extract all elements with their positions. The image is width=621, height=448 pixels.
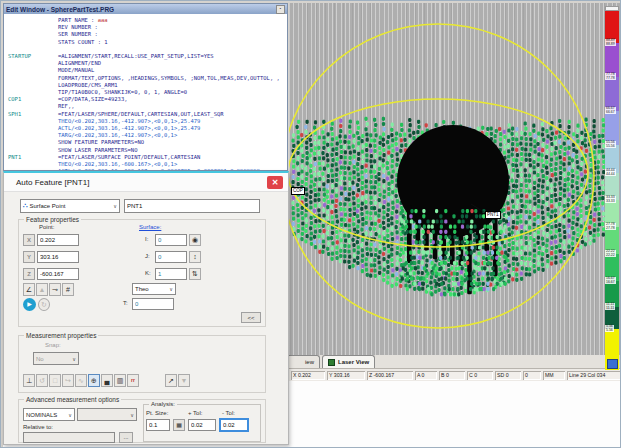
code-line bbox=[8, 46, 287, 53]
browse-button[interactable]: ... bbox=[119, 432, 133, 443]
block-icon[interactable]: ▥ bbox=[114, 374, 126, 387]
flip-vector-icon[interactable]: ↕ bbox=[189, 251, 201, 263]
code-line: ACTL/<0.202,303.16,-600.167>,<-0.0002785… bbox=[8, 168, 287, 170]
code-line: REF,, bbox=[8, 103, 287, 110]
minus-tol-label: - Tol: bbox=[222, 410, 235, 416]
tab-laser-view-label: Laser View bbox=[338, 359, 369, 365]
rotate-icon: ↺ bbox=[36, 374, 48, 387]
k-value-input[interactable] bbox=[155, 268, 187, 280]
x-axis-button[interactable]: X bbox=[23, 234, 35, 246]
chevron-down-icon: ∨ bbox=[130, 412, 134, 418]
level-icon[interactable]: ▄ bbox=[101, 374, 113, 387]
code-line: SPH1=FEAT/LASER/SPHERE/DEFAULT,CARTESIAN… bbox=[8, 111, 287, 118]
vector-jump-icon[interactable]: ↗ bbox=[165, 374, 177, 387]
code-line: THEO/<0.202,303.16,-412.907>,<0,0,1>,25.… bbox=[8, 118, 287, 125]
code-line: ACTL/<0.202,303.16,-412.907>,<0,0,1>,25.… bbox=[8, 125, 287, 132]
status-segment: X 0.202 bbox=[291, 371, 325, 380]
pnt1-label[interactable]: PNT1 bbox=[485, 211, 501, 219]
code-line: TIP/T1A0B0C0, SHANKIJK=0, 0, 1, ANGLE=0 bbox=[8, 89, 287, 96]
surface-label: Surface: bbox=[139, 224, 161, 230]
pt-size-input[interactable] bbox=[146, 419, 170, 431]
j-value-input[interactable] bbox=[155, 251, 187, 263]
code-line: REV NUMBER : bbox=[8, 24, 287, 31]
box-select-icon: □ bbox=[49, 374, 61, 387]
tab-laser-view[interactable]: Laser View bbox=[322, 355, 375, 368]
colorbar-tick-label: 88.8988.89 bbox=[605, 39, 616, 46]
colorbar-tick-label: 5.565.56 bbox=[605, 325, 614, 332]
colorbar-tick-label: 27.7827.78 bbox=[605, 223, 616, 230]
edit-window-menu-button[interactable]: ▪ bbox=[276, 5, 285, 14]
pt-size-icon[interactable]: ▦ bbox=[173, 419, 185, 431]
collapse-button[interactable]: << bbox=[241, 312, 261, 323]
swap-vector-icon[interactable]: ⇅ bbox=[189, 268, 201, 280]
status-segment: SD 0 bbox=[495, 371, 521, 380]
colorbar-tick-label: 33.3333.33 bbox=[605, 196, 616, 203]
theo-value: Theo bbox=[135, 286, 149, 292]
code-editor[interactable]: PART NAME : aaaREV NUMBER :SER NUMBER :S… bbox=[4, 15, 287, 170]
re-measure-icon: ↻ bbox=[38, 298, 50, 311]
probe-mode-icon[interactable]: ⊥ bbox=[23, 374, 35, 387]
ijk-buttons: ◉↕⇅ bbox=[189, 234, 202, 285]
y-value-input[interactable] bbox=[37, 251, 79, 263]
chevron-down-icon: ∨ bbox=[169, 286, 173, 292]
i-value-input[interactable] bbox=[155, 234, 187, 246]
surface-point-icon: ∴ bbox=[23, 202, 27, 210]
close-icon[interactable]: ✕ bbox=[267, 176, 283, 189]
chevron-down-icon: ∨ bbox=[68, 412, 72, 418]
code-lines: PART NAME : aaaREV NUMBER :SER NUMBER :S… bbox=[8, 17, 287, 170]
feature-properties-legend: Feature properties bbox=[24, 216, 81, 223]
z-value-input[interactable] bbox=[37, 268, 79, 280]
point-vector-icon[interactable]: ⊸ bbox=[49, 283, 61, 296]
feature-properties-group: Feature properties Point: Surface: X Y Z… bbox=[18, 219, 266, 327]
x-value-input[interactable] bbox=[37, 234, 79, 246]
theo-dropdown[interactable]: Theo ∨ bbox=[132, 283, 176, 295]
minus-tol-input[interactable] bbox=[220, 419, 248, 431]
code-line: FORMAT/TEXT,OPTIONS, ,HEADINGS,SYMBOLS, … bbox=[8, 75, 287, 82]
colorbar-tick-label: 16.6716.67 bbox=[605, 277, 616, 284]
status-segment: B 0 bbox=[439, 371, 465, 380]
y-axis-button[interactable]: Y bbox=[23, 251, 35, 263]
edit-window-titlebar[interactable]: Edit Window - SpherePartTest.PRG ▪ bbox=[4, 4, 287, 14]
point-cloud-svg bbox=[289, 3, 620, 355]
surface-normal-icon[interactable]: ◉ bbox=[189, 234, 201, 246]
nominals-dropdown[interactable]: NOMINALS ∨ bbox=[23, 408, 75, 421]
code-line: SHOW LASER PARAMETERS=NO bbox=[8, 147, 287, 154]
tab-graphics-view[interactable]: iew bbox=[289, 355, 320, 368]
edit-window-title: Edit Window - SpherePartTest.PRG bbox=[6, 6, 276, 13]
advanced-options-legend: Advanced measurement options bbox=[24, 396, 121, 403]
status-segment: 0 bbox=[523, 371, 541, 380]
t-value-input[interactable] bbox=[132, 298, 174, 310]
relative-to-label: Relative to: bbox=[23, 424, 53, 430]
plus-tol-label: + Tol: bbox=[188, 410, 202, 416]
status-segment: C 0 bbox=[467, 371, 493, 380]
feature-type-dropdown[interactable]: ∴ Surface Point ∨ bbox=[20, 199, 120, 213]
align-axes-icon[interactable]: ∠ bbox=[23, 283, 35, 296]
cop-label[interactable]: COP bbox=[291, 187, 305, 195]
relative-to-input[interactable] bbox=[23, 432, 115, 443]
colorbar-tick-label: 77.7877.78 bbox=[605, 73, 616, 80]
dialog-titlebar[interactable]: Auto Feature [PNT1] ✕ bbox=[4, 173, 288, 192]
code-line: TARG/<0.202,303.16,-412.907>,<0,0,1> bbox=[8, 132, 287, 139]
status-segment: A 0 bbox=[415, 371, 437, 380]
feature-toolbar: ∠▲⊸# bbox=[23, 283, 75, 296]
chevron-down-icon: ∨ bbox=[113, 203, 117, 209]
feature-type-value: Surface Point bbox=[29, 203, 65, 209]
z-axis-button[interactable]: Z bbox=[23, 268, 35, 280]
target-icon[interactable]: ⊕ bbox=[88, 374, 100, 387]
code-line: COP1=COP/DATA,SIZE=49233, bbox=[8, 96, 287, 103]
feature-name-input[interactable] bbox=[124, 199, 260, 213]
deviation-colorbar[interactable]: 88.8988.8977.7877.7866.6766.6755.5655.56… bbox=[605, 6, 619, 370]
profile-icon: ∿ bbox=[75, 374, 87, 387]
plus-tol-input[interactable] bbox=[188, 419, 216, 431]
snap-dropdown: No ∨ bbox=[33, 352, 79, 365]
graphics-view-3d[interactable]: COP PNT1 bbox=[289, 3, 620, 355]
code-line: PNT1=FEAT/LASER/SURFACE POINT/DEFAULT,CA… bbox=[8, 154, 287, 161]
test-point-button[interactable]: ▶ bbox=[23, 298, 36, 311]
j-label: J: bbox=[145, 253, 150, 259]
code-line: STATS COUNT : 1 bbox=[8, 39, 287, 46]
grid-icon[interactable]: # bbox=[62, 283, 74, 296]
points-icon[interactable]: rr bbox=[127, 374, 139, 387]
status-segment: MM bbox=[543, 371, 565, 380]
status-segment: Y 303.16 bbox=[327, 371, 365, 380]
status-segment: Z -600.167 bbox=[367, 371, 413, 380]
